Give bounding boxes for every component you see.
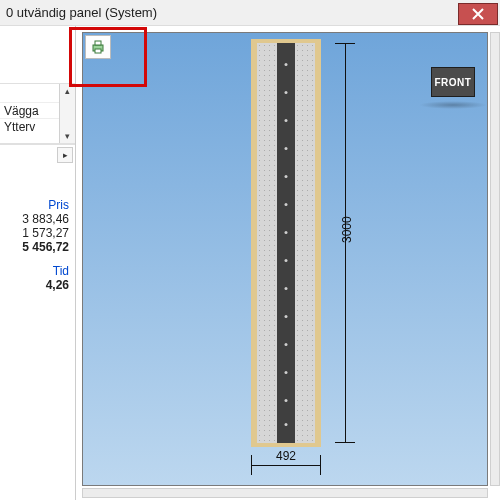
titlebar: 0 utvändig panel (System) [0,0,500,26]
close-icon [472,8,484,20]
grid-vscroll[interactable]: ▴ ▾ [59,84,75,143]
tid-label: Tid [6,264,69,278]
panel-model[interactable] [251,43,321,443]
left-toolbar [0,26,75,84]
app-window: 0 utvändig panel (System) Vägga Ytterv ▴… [0,0,500,500]
viewport-3d[interactable]: FRONT 3000 [82,32,488,486]
scroll-up-icon[interactable]: ▴ [61,84,75,98]
pris-value-1: 3 883,46 [6,212,69,226]
dim-width-value: 492 [251,449,321,463]
grid-row-2[interactable]: Ytterv [0,118,59,134]
tid-value: 4,26 [6,278,69,292]
dim-height-value: 3000 [340,216,354,243]
pris-total: 5 456,72 [6,240,69,254]
viewport-hscroll[interactable] [82,488,488,498]
svg-rect-2 [95,49,101,53]
pris-value-2: 1 573,27 [6,226,69,240]
printer-icon [90,39,106,55]
left-grid: Vägga Ytterv ▴ ▾ [0,84,75,144]
scroll-down-icon[interactable]: ▾ [61,129,75,143]
dimension-height: 3000 [333,43,363,443]
body: Vägga Ytterv ▴ ▾ ▸ Pris 3 883,46 1 573,2… [0,26,500,500]
viewcube[interactable]: FRONT [431,67,475,97]
svg-rect-1 [95,41,101,45]
pris-label: Pris [6,198,69,212]
viewcube-face-label: FRONT [435,77,472,88]
viewport-wrap: FRONT 3000 [76,26,500,500]
scroll-right-icon[interactable]: ▸ [57,147,73,163]
grid-row-1[interactable]: Vägga [0,102,59,118]
viewcube-shadow [419,101,487,109]
figures-block: Pris 3 883,46 1 573,27 5 456,72 Tid 4,26 [0,164,75,298]
grid-hscroll-row: ▸ [0,144,75,164]
window-title: 0 utvändig panel (System) [6,5,157,20]
viewport-vscroll[interactable] [490,32,500,486]
left-pane: Vägga Ytterv ▴ ▾ ▸ Pris 3 883,46 1 573,2… [0,26,76,500]
print-button[interactable] [85,35,111,59]
dimension-width: 492 [251,453,321,481]
close-button[interactable] [458,3,498,25]
